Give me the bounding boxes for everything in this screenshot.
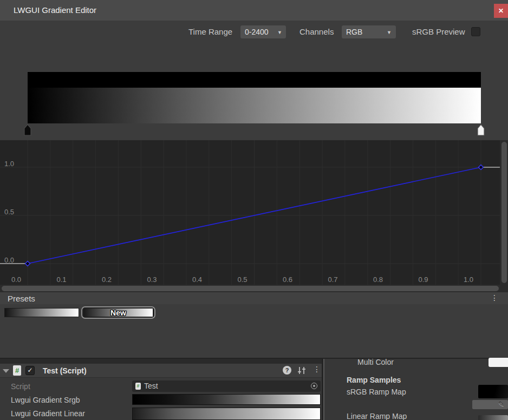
x-axis-tick-label: 0.3 xyxy=(144,275,160,284)
gradient-key-left[interactable] xyxy=(24,124,31,136)
preset-swatch-new[interactable]: New xyxy=(81,306,155,319)
channels-dropdown[interactable]: RGB ▼ xyxy=(342,25,396,38)
kebab-menu-icon[interactable]: ⋮ xyxy=(491,293,498,302)
curve-plot[interactable] xyxy=(0,140,508,292)
chevron-down-icon: ▼ xyxy=(387,26,392,39)
presets-header-bar: Presets ⋮ xyxy=(0,292,508,304)
pencil-icon: ✎ xyxy=(498,400,504,408)
foldout-triangle-icon[interactable] xyxy=(3,369,9,373)
multi-color-swatch[interactable] xyxy=(489,358,508,367)
srgb-preview-label: sRGB Preview xyxy=(412,27,465,36)
preset-swatch[interactable] xyxy=(4,308,79,317)
lwgui-gradient-editor-window: LWGUI Gradient Editor ✕ Time Range 0-240… xyxy=(0,0,508,420)
linear-ramp-label: Linear Ramp Map xyxy=(347,412,407,420)
x-axis-tick-label: 0.4 xyxy=(189,275,205,284)
close-button[interactable]: ✕ xyxy=(494,4,508,18)
gradient-preview-strip[interactable] xyxy=(28,88,481,123)
srgb-preview-checkbox[interactable] xyxy=(471,27,480,36)
x-axis-tick-label: 0.7 xyxy=(325,275,341,284)
gradient-key-right[interactable] xyxy=(477,124,485,136)
component-title: Test (Script) xyxy=(43,366,87,375)
y-axis-tick-label: 1.0 xyxy=(4,160,17,168)
curve-editor[interactable]: 1.00.50.0 0.00.10.20.30.40.50.60.70.80.9… xyxy=(0,140,508,292)
presets-header-label: Presets xyxy=(8,294,35,303)
time-range-value: 0-2400 xyxy=(245,28,269,36)
gradient-alpha-strip[interactable] xyxy=(28,72,481,88)
help-icon[interactable]: ? xyxy=(283,366,291,375)
x-axis-tick-label: 0.2 xyxy=(99,275,115,284)
preset-new-label: New xyxy=(82,309,154,317)
srgb-ramp-thumbnail[interactable] xyxy=(478,385,508,398)
object-picker-icon[interactable] xyxy=(311,383,317,389)
linear-ramp-thumbnail[interactable] xyxy=(478,415,508,420)
time-range-label: Time Range xyxy=(188,27,232,36)
vertical-scrollbar-handle[interactable] xyxy=(502,142,507,283)
component-header[interactable]: # ✓ Test (Script) ? ⋮ xyxy=(0,364,322,378)
csharp-script-icon: # xyxy=(13,365,21,376)
gradient-srgb-label: Lwgui Gradient Srgb xyxy=(11,396,80,404)
edit-ramp-button[interactable]: ✎ xyxy=(472,400,508,409)
presets-manager-icon[interactable] xyxy=(297,366,307,375)
close-icon: ✕ xyxy=(498,7,504,15)
srgb-ramp-label: sRGB Ramp Map xyxy=(347,388,406,396)
csharp-script-icon: # xyxy=(135,383,141,390)
x-axis-tick-label: 0.5 xyxy=(235,275,251,284)
ramp-samples-header: Ramp Samples xyxy=(347,376,401,384)
chevron-down-icon: ▼ xyxy=(277,26,282,39)
y-axis-tick-label: 0.5 xyxy=(4,208,17,216)
x-axis-tick-label: 0.1 xyxy=(54,275,70,284)
channels-label: Channels xyxy=(299,27,334,36)
gradient-linear-label: Lwgui Gradient Linear xyxy=(11,409,85,418)
inspector-panel: # ✓ Test (Script) ? ⋮ Script # Test Lwgu… xyxy=(0,359,322,420)
material-panel: Multi Color Ramp Samples sRGB Ramp Map ✎… xyxy=(324,359,508,420)
script-object-value: Test xyxy=(144,382,158,390)
x-axis-tick-label: 0.8 xyxy=(370,275,386,284)
channels-value: RGB xyxy=(346,28,362,36)
gradient-srgb-field[interactable] xyxy=(132,394,321,405)
horizontal-scrollbar-handle[interactable] xyxy=(2,286,499,291)
kebab-menu-icon[interactable]: ⋮ xyxy=(313,365,321,373)
x-axis-tick-label: 0.6 xyxy=(279,275,296,284)
inspector-top-gap xyxy=(0,359,322,364)
check-icon: ✓ xyxy=(27,366,32,374)
component-enabled-checkbox[interactable]: ✓ xyxy=(25,366,35,375)
x-axis-tick-label: 0.9 xyxy=(415,275,432,284)
time-range-dropdown[interactable]: 0-2400 ▼ xyxy=(240,25,286,38)
window-titlebar[interactable]: LWGUI Gradient Editor ✕ xyxy=(0,0,508,21)
window-title: LWGUI Gradient Editor xyxy=(14,5,96,15)
x-axis-tick-label: 1.0 xyxy=(460,275,477,284)
x-axis-tick-label: 0.0 xyxy=(8,275,24,284)
multi-color-label: Multi Color xyxy=(357,358,394,366)
script-object-field[interactable]: # Test xyxy=(132,380,321,392)
gradient-linear-field[interactable] xyxy=(132,408,321,420)
y-axis-tick-label: 0.0 xyxy=(4,256,17,264)
script-row-label: Script xyxy=(11,382,30,391)
